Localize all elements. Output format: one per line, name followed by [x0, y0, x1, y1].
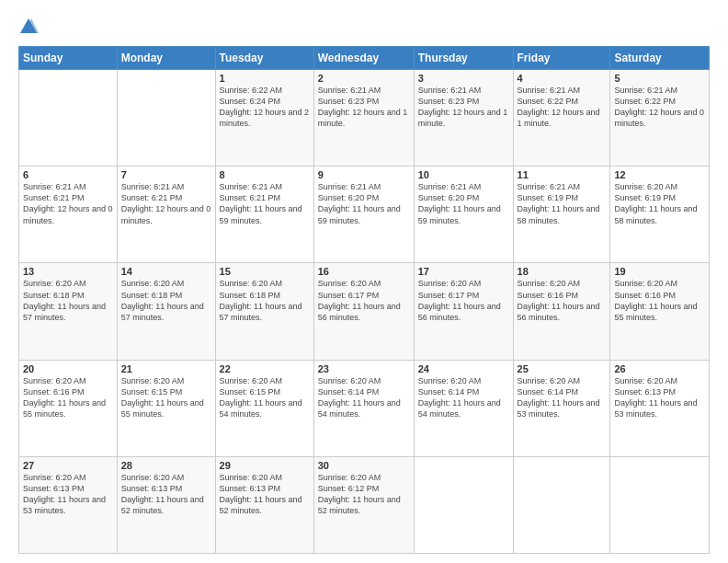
day-number: 25 — [518, 363, 607, 374]
header-row: SundayMondayTuesdayWednesdayThursdayFrid… — [19, 47, 710, 70]
day-number: 12 — [614, 169, 705, 180]
cell-text: Sunrise: 6:21 AMSunset: 6:21 PMDaylight:… — [121, 182, 211, 224]
day-number: 22 — [220, 363, 310, 374]
calendar-cell: 26Sunrise: 6:20 AMSunset: 6:13 PMDayligh… — [610, 360, 710, 456]
calendar-cell: 16Sunrise: 6:20 AMSunset: 6:17 PMDayligh… — [313, 263, 414, 360]
cell-text: Sunrise: 6:20 AMSunset: 6:14 PMDaylight:… — [518, 376, 600, 419]
day-number: 6 — [23, 169, 113, 180]
calendar-cell: 27Sunrise: 6:20 AMSunset: 6:13 PMDayligh… — [19, 456, 118, 553]
header — [18, 17, 710, 37]
day-number: 11 — [518, 169, 607, 180]
calendar-table: SundayMondayTuesdayWednesdayThursdayFrid… — [18, 46, 710, 554]
cell-text: Sunrise: 6:21 AMSunset: 6:23 PMDaylight:… — [318, 86, 408, 128]
cell-text: Sunrise: 6:20 AMSunset: 6:17 PMDaylight:… — [318, 279, 401, 321]
day-number: 19 — [614, 266, 705, 277]
calendar-cell: 1Sunrise: 6:22 AMSunset: 6:24 PMDaylight… — [215, 70, 313, 167]
logo-icon — [18, 17, 39, 37]
calendar-body: 1Sunrise: 6:22 AMSunset: 6:24 PMDaylight… — [19, 70, 710, 554]
calendar-cell — [610, 456, 710, 553]
calendar-cell: 19Sunrise: 6:20 AMSunset: 6:16 PMDayligh… — [610, 263, 710, 360]
calendar-cell: 20Sunrise: 6:20 AMSunset: 6:16 PMDayligh… — [19, 360, 118, 456]
calendar-cell: 6Sunrise: 6:21 AMSunset: 6:21 PMDaylight… — [19, 167, 118, 263]
day-number: 5 — [614, 73, 705, 84]
cell-text: Sunrise: 6:20 AMSunset: 6:16 PMDaylight:… — [614, 279, 697, 321]
day-number: 27 — [23, 460, 113, 471]
logo — [18, 17, 40, 37]
cell-text: Sunrise: 6:21 AMSunset: 6:22 PMDaylight:… — [518, 86, 600, 128]
header-day: Tuesday — [215, 47, 313, 70]
cell-text: Sunrise: 6:20 AMSunset: 6:18 PMDaylight:… — [220, 279, 302, 321]
cell-text: Sunrise: 6:21 AMSunset: 6:21 PMDaylight:… — [23, 182, 113, 224]
day-number: 21 — [121, 363, 211, 374]
day-number: 14 — [121, 266, 211, 277]
day-number: 3 — [418, 73, 509, 84]
day-number: 29 — [220, 460, 310, 471]
cell-text: Sunrise: 6:21 AMSunset: 6:19 PMDaylight:… — [518, 182, 600, 224]
calendar-cell: 11Sunrise: 6:21 AMSunset: 6:19 PMDayligh… — [513, 167, 610, 263]
calendar-cell: 8Sunrise: 6:21 AMSunset: 6:21 PMDaylight… — [215, 167, 313, 263]
cell-text: Sunrise: 6:21 AMSunset: 6:20 PMDaylight:… — [418, 182, 501, 224]
calendar-cell: 17Sunrise: 6:20 AMSunset: 6:17 PMDayligh… — [414, 263, 513, 360]
day-number: 7 — [121, 169, 211, 180]
day-number: 4 — [518, 73, 607, 84]
week-row: 20Sunrise: 6:20 AMSunset: 6:16 PMDayligh… — [19, 360, 710, 456]
day-number: 20 — [23, 363, 113, 374]
calendar-cell: 7Sunrise: 6:21 AMSunset: 6:21 PMDaylight… — [117, 167, 215, 263]
calendar-cell: 24Sunrise: 6:20 AMSunset: 6:14 PMDayligh… — [414, 360, 513, 456]
day-number: 13 — [23, 266, 113, 277]
cell-text: Sunrise: 6:20 AMSunset: 6:18 PMDaylight:… — [121, 279, 204, 321]
cell-text: Sunrise: 6:20 AMSunset: 6:13 PMDaylight:… — [220, 473, 302, 515]
cell-text: Sunrise: 6:20 AMSunset: 6:18 PMDaylight:… — [23, 279, 106, 321]
header-day: Sunday — [19, 47, 118, 70]
day-number: 1 — [220, 73, 310, 84]
cell-text: Sunrise: 6:20 AMSunset: 6:13 PMDaylight:… — [614, 376, 697, 419]
cell-text: Sunrise: 6:20 AMSunset: 6:12 PMDaylight:… — [318, 473, 401, 515]
header-day: Friday — [513, 47, 610, 70]
calendar-cell: 3Sunrise: 6:21 AMSunset: 6:23 PMDaylight… — [414, 70, 513, 167]
cell-text: Sunrise: 6:20 AMSunset: 6:16 PMDaylight:… — [23, 376, 106, 419]
cell-text: Sunrise: 6:21 AMSunset: 6:21 PMDaylight:… — [220, 182, 302, 224]
calendar-cell: 4Sunrise: 6:21 AMSunset: 6:22 PMDaylight… — [513, 70, 610, 167]
calendar-cell: 18Sunrise: 6:20 AMSunset: 6:16 PMDayligh… — [513, 263, 610, 360]
calendar-cell — [513, 456, 610, 553]
cell-text: Sunrise: 6:22 AMSunset: 6:24 PMDaylight:… — [220, 86, 310, 128]
day-number: 24 — [418, 363, 509, 374]
calendar-cell: 30Sunrise: 6:20 AMSunset: 6:12 PMDayligh… — [313, 456, 414, 553]
day-number: 26 — [614, 363, 705, 374]
day-number: 28 — [121, 460, 211, 471]
week-row: 6Sunrise: 6:21 AMSunset: 6:21 PMDaylight… — [19, 167, 710, 263]
header-day: Saturday — [610, 47, 710, 70]
calendar-cell — [117, 70, 215, 167]
day-number: 16 — [318, 266, 410, 277]
calendar-cell: 25Sunrise: 6:20 AMSunset: 6:14 PMDayligh… — [513, 360, 610, 456]
calendar-cell: 29Sunrise: 6:20 AMSunset: 6:13 PMDayligh… — [215, 456, 313, 553]
calendar-cell: 9Sunrise: 6:21 AMSunset: 6:20 PMDaylight… — [313, 167, 414, 263]
calendar-cell — [414, 456, 513, 553]
cell-text: Sunrise: 6:21 AMSunset: 6:22 PMDaylight:… — [614, 86, 704, 128]
cell-text: Sunrise: 6:20 AMSunset: 6:19 PMDaylight:… — [614, 182, 697, 224]
cell-text: Sunrise: 6:21 AMSunset: 6:23 PMDaylight:… — [418, 86, 508, 128]
day-number: 9 — [318, 169, 410, 180]
header-day: Wednesday — [313, 47, 414, 70]
week-row: 13Sunrise: 6:20 AMSunset: 6:18 PMDayligh… — [19, 263, 710, 360]
cell-text: Sunrise: 6:20 AMSunset: 6:15 PMDaylight:… — [121, 376, 204, 419]
cell-text: Sunrise: 6:20 AMSunset: 6:14 PMDaylight:… — [418, 376, 501, 419]
cell-text: Sunrise: 6:20 AMSunset: 6:14 PMDaylight:… — [318, 376, 401, 419]
day-number: 23 — [318, 363, 410, 374]
week-row: 1Sunrise: 6:22 AMSunset: 6:24 PMDaylight… — [19, 70, 710, 167]
calendar-cell: 21Sunrise: 6:20 AMSunset: 6:15 PMDayligh… — [117, 360, 215, 456]
day-number: 17 — [418, 266, 509, 277]
day-number: 15 — [220, 266, 310, 277]
day-number: 2 — [318, 73, 410, 84]
calendar-cell: 5Sunrise: 6:21 AMSunset: 6:22 PMDaylight… — [610, 70, 710, 167]
header-day: Monday — [117, 47, 215, 70]
calendar-cell: 22Sunrise: 6:20 AMSunset: 6:15 PMDayligh… — [215, 360, 313, 456]
calendar-cell: 2Sunrise: 6:21 AMSunset: 6:23 PMDaylight… — [313, 70, 414, 167]
week-row: 27Sunrise: 6:20 AMSunset: 6:13 PMDayligh… — [19, 456, 710, 553]
calendar-cell: 28Sunrise: 6:20 AMSunset: 6:13 PMDayligh… — [117, 456, 215, 553]
calendar-header: SundayMondayTuesdayWednesdayThursdayFrid… — [19, 47, 710, 70]
cell-text: Sunrise: 6:20 AMSunset: 6:13 PMDaylight:… — [23, 473, 106, 515]
calendar-cell: 12Sunrise: 6:20 AMSunset: 6:19 PMDayligh… — [610, 167, 710, 263]
day-number: 8 — [220, 169, 310, 180]
header-day: Thursday — [414, 47, 513, 70]
